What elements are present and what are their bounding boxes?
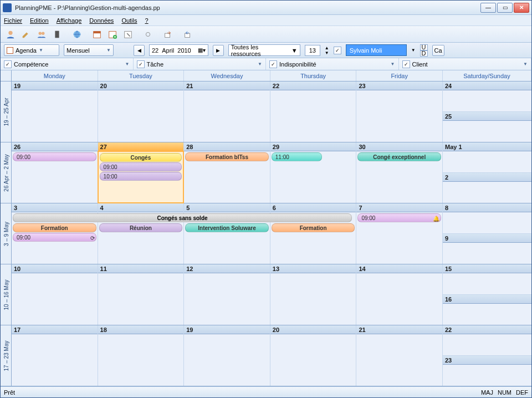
menu-edition[interactable]: Edition [30, 17, 49, 24]
day-cell[interactable]: 21 [356, 325, 443, 386]
filter-client-check[interactable] [402, 60, 410, 68]
day-cell[interactable]: 23 [443, 356, 531, 386]
calendar-icon[interactable] [90, 28, 104, 41]
export-icon[interactable] [161, 28, 175, 41]
day-cell[interactable]: 25 [443, 112, 531, 142]
day-cell[interactable]: 26 09:00 [12, 142, 98, 203]
week-label: 17 – 23 May [3, 340, 9, 371]
globe-icon[interactable] [70, 28, 84, 41]
day-cell[interactable]: 30 Congé exceptionnel [356, 142, 443, 203]
day-cell[interactable]: 20 [270, 325, 357, 386]
user-icon[interactable] [4, 28, 17, 41]
event-formation[interactable]: Formation [272, 223, 355, 232]
event[interactable]: 09:00⟳ [13, 233, 96, 242]
next-button[interactable]: ▶ [213, 45, 224, 56]
event[interactable]: 11:00 [272, 152, 323, 161]
maximize-button[interactable]: ▭ [497, 3, 513, 13]
control-bar: Agenda ▼ Mensuel ▼ ◀ 22 April 2010 ▦▾ ▶ … [1, 43, 531, 58]
filter-indispo[interactable]: Indisponibilité▼ [266, 58, 399, 70]
day-cell[interactable]: 28 Formation bITss [184, 142, 270, 203]
filter-competence[interactable]: Compétence▼ [1, 58, 134, 70]
date-day: 22 [152, 47, 158, 54]
day-cell[interactable]: 16 [443, 295, 531, 325]
day-cell[interactable]: 8 [443, 203, 531, 234]
minimize-button[interactable]: — [480, 3, 496, 13]
day-cell[interactable]: 13 [270, 264, 357, 325]
edit-icon[interactable] [19, 28, 33, 41]
day-cell[interactable]: 23 [356, 81, 443, 142]
server-icon[interactable] [50, 28, 64, 41]
period-dropdown[interactable]: Mensuel ▼ [64, 44, 114, 56]
status-num: NUM [498, 389, 511, 396]
view-agenda-dropdown[interactable]: Agenda ▼ [4, 44, 59, 56]
day-cell[interactable]: 17 [12, 325, 98, 386]
day-cell[interactable]: 12 [184, 264, 270, 325]
day-cell[interactable]: 20 [98, 81, 185, 142]
day-cell[interactable]: 19 [12, 81, 98, 142]
day-cell[interactable]: 21 [184, 81, 270, 142]
event-intervention[interactable]: Intervention Soluware [185, 223, 269, 232]
calendar-tools-icon[interactable] [121, 28, 135, 41]
event-reunion[interactable]: Réunion [99, 223, 183, 232]
day-cell[interactable]: 9 [443, 234, 531, 264]
calendar-add-icon[interactable] [106, 28, 119, 41]
users-icon[interactable] [35, 28, 48, 41]
day-cell[interactable]: 4 Réunion [98, 203, 185, 264]
menu-donnees[interactable]: Données [89, 17, 114, 24]
day-cell[interactable]: 14 [356, 264, 443, 325]
header-wednesday: Wednesday [184, 70, 270, 81]
day-header-row: Monday Tuesday Wednesday Thursday Friday… [1, 70, 531, 81]
menu-outils[interactable]: Outils [121, 17, 137, 24]
user-checkbox[interactable] [334, 47, 341, 54]
recurrence-icon: ⟳ [90, 234, 95, 242]
ca-button[interactable]: Ca [432, 45, 444, 56]
resources-dropdown[interactable]: Toutes les ressources ▼ [228, 44, 300, 56]
ud-toggle[interactable]: UD [420, 44, 428, 57]
event-conges-sans-solde[interactable]: Congés sans solde [13, 213, 352, 222]
menu-affichage[interactable]: Affichage [57, 17, 82, 24]
prev-button[interactable]: ◀ [134, 45, 145, 56]
calendar-dropdown-icon[interactable]: ▦▾ [198, 47, 206, 53]
day-cell[interactable]: 2 [443, 173, 531, 203]
menu-help[interactable]: ? [145, 17, 149, 24]
import-icon[interactable] [181, 28, 195, 41]
close-button[interactable]: ✕ [514, 3, 529, 13]
week-label: 19 – 25 Apr [3, 98, 9, 126]
event-formation[interactable]: Formation [13, 223, 96, 232]
event[interactable]: 09:00 [100, 162, 182, 171]
day-cell[interactable]: May 1 [443, 142, 531, 173]
date-picker[interactable]: 22 April 2010 ▦▾ [149, 44, 208, 56]
filter-competence-check[interactable] [4, 60, 12, 68]
user-dropdown[interactable]: Sylvain Moli [346, 44, 407, 56]
filter-indispo-check[interactable] [269, 60, 277, 68]
day-cell[interactable]: 7 09:00🔔 [356, 203, 443, 264]
day-cell[interactable]: 27 Congés 09:00 10:00 [98, 142, 185, 203]
day-cell[interactable]: 6 Formation [270, 203, 357, 264]
event[interactable]: 09:00 [13, 152, 96, 161]
filter-tache-check[interactable] [137, 60, 145, 68]
event[interactable]: 10:00 [100, 172, 182, 181]
day-cell[interactable]: 29 11:00 [270, 142, 357, 203]
event-formation[interactable]: Formation bITss [185, 152, 269, 161]
day-cell[interactable]: 22 [270, 81, 357, 142]
day-cell[interactable]: 5 Intervention Soluware [184, 203, 270, 264]
week-label: 3 – 9 May [3, 222, 9, 246]
svg-rect-6 [94, 31, 101, 33]
day-cell[interactable]: 11 [98, 264, 185, 325]
event[interactable]: 09:00🔔 [357, 213, 441, 222]
svg-rect-11 [185, 33, 190, 37]
filter-client[interactable]: Client▼ [399, 58, 532, 70]
event-conge-exceptionnel[interactable]: Congé exceptionnel [357, 152, 441, 161]
day-cell[interactable]: 19 [184, 325, 270, 386]
day-cell[interactable]: 3 Formation 09:00⟳ [12, 203, 98, 264]
event-conges[interactable]: Congés [100, 153, 182, 162]
day-cell[interactable]: 22 [443, 325, 531, 356]
day-cell[interactable]: 18 [98, 325, 185, 386]
filter-tache[interactable]: Tâche▼ [134, 58, 267, 70]
menu-fichier[interactable]: Fichier [4, 17, 22, 24]
day-cell[interactable]: 24 [443, 81, 531, 112]
link-icon[interactable] [141, 28, 155, 41]
spin-input[interactable] [305, 45, 320, 56]
day-cell[interactable]: 15 [443, 264, 531, 295]
day-cell[interactable]: 10 [12, 264, 98, 325]
